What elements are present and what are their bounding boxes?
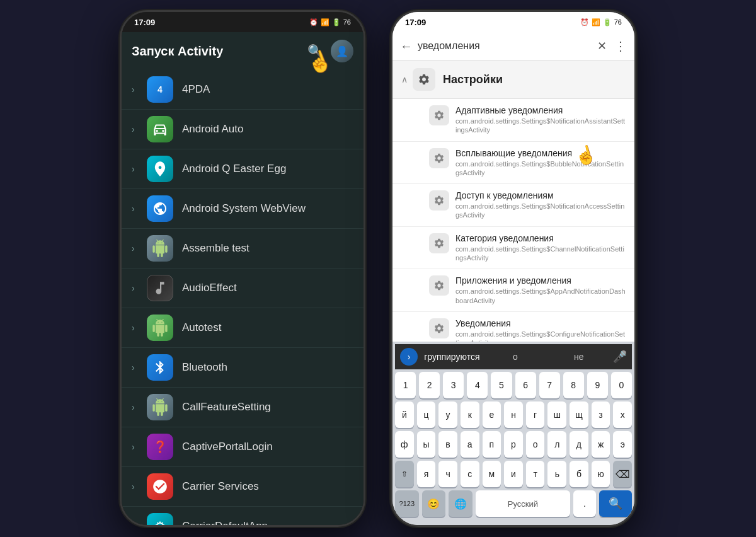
shift-key[interactable]: ⇧ xyxy=(395,461,414,487)
key-4[interactable]: 4 xyxy=(467,372,488,398)
key-з[interactable]: з xyxy=(592,401,610,428)
settings-item-subtitle: com.android.settings.Settings$ChannelNot… xyxy=(455,245,626,263)
app-name: Carrier Services xyxy=(182,480,259,493)
key-т[interactable]: т xyxy=(526,461,545,487)
list-item[interactable]: › AudioEffect xyxy=(122,268,364,308)
right-status-icons: ⏰ 📶 🔋 76 xyxy=(580,18,622,26)
left-status-icons: ⏰ 📶 🔋 76 xyxy=(309,18,351,26)
suggestion-word-1[interactable]: группируются xyxy=(423,352,481,362)
mic-icon[interactable]: 🎤 xyxy=(613,350,627,364)
key-о[interactable]: о xyxy=(526,431,545,458)
key-а[interactable]: а xyxy=(461,431,479,458)
list-item[interactable]: › Bluetooth xyxy=(122,348,364,388)
key-м[interactable]: м xyxy=(483,461,501,487)
key-я[interactable]: я xyxy=(417,461,436,487)
list-item[interactable]: › Android System WebView xyxy=(122,189,364,229)
key-с[interactable]: с xyxy=(461,461,479,487)
settings-item-content: Категория уведомления com.android.settin… xyxy=(455,233,626,263)
list-item[interactable]: › Assemble test xyxy=(122,229,364,268)
key-ю[interactable]: ю xyxy=(592,461,610,487)
settings-item[interactable]: Доступ к уведомлениям com.android.settin… xyxy=(392,184,634,227)
key-3[interactable]: 3 xyxy=(443,372,464,398)
key-7[interactable]: 7 xyxy=(539,372,560,398)
app-icon xyxy=(147,156,173,182)
left-time: 17:09 xyxy=(134,18,155,27)
key-л[interactable]: л xyxy=(547,431,566,458)
battery-level: 76 xyxy=(614,18,622,26)
app-icon xyxy=(147,315,173,341)
key-г[interactable]: г xyxy=(526,401,545,428)
key-8[interactable]: 8 xyxy=(563,372,584,398)
settings-item[interactable]: Всплывающие уведомления com.android.sett… xyxy=(392,142,634,185)
chevron-icon: › xyxy=(132,204,142,214)
right-time: 17:09 xyxy=(405,18,426,27)
key-б[interactable]: б xyxy=(570,461,588,487)
key-2[interactable]: 2 xyxy=(419,372,440,398)
key-у[interactable]: у xyxy=(438,401,457,428)
search-key[interactable]: 🔍 xyxy=(599,490,632,517)
settings-item[interactable]: Категория уведомления com.android.settin… xyxy=(392,227,634,270)
period-key[interactable]: . xyxy=(573,490,596,517)
settings-section-icon xyxy=(413,68,435,91)
key-щ[interactable]: щ xyxy=(570,401,588,428)
key-ы[interactable]: ы xyxy=(417,431,436,458)
lang-key[interactable]: 🌐 xyxy=(449,490,472,517)
avatar[interactable]: 👤 xyxy=(331,40,353,62)
left-app-list[interactable]: › 4 4PDA › Android Auto › xyxy=(122,70,364,525)
settings-item[interactable]: Адаптивные уведомления com.android.setti… xyxy=(392,99,634,142)
key-в[interactable]: в xyxy=(438,431,457,458)
key-н[interactable]: н xyxy=(504,401,523,428)
settings-item[interactable]: Приложения и уведомления com.android.set… xyxy=(392,269,634,312)
section-header[interactable]: ∧ Настройки xyxy=(392,61,634,99)
space-key[interactable]: Русский xyxy=(476,490,570,517)
suggestion-word-2[interactable]: о xyxy=(486,352,545,362)
key-й[interactable]: й xyxy=(395,401,414,428)
list-item[interactable]: › Carrier Services xyxy=(122,467,364,507)
chevron-icon: › xyxy=(132,521,142,525)
list-item[interactable]: › CallFeatureSetting xyxy=(122,388,364,427)
key-ж[interactable]: ж xyxy=(592,431,610,458)
list-item[interactable]: › ❓ CaptivePortalLogin xyxy=(122,427,364,467)
more-button[interactable]: ⋮ xyxy=(614,38,627,54)
key-р[interactable]: р xyxy=(504,431,523,458)
key-ф[interactable]: ф xyxy=(395,431,414,458)
close-button[interactable]: ✕ xyxy=(597,39,607,53)
key-6[interactable]: 6 xyxy=(515,372,536,398)
key-е[interactable]: е xyxy=(483,401,501,428)
list-item[interactable]: › Android Auto xyxy=(122,110,364,149)
key-9[interactable]: 9 xyxy=(587,372,608,398)
numbers-key[interactable]: ?123 xyxy=(395,490,419,517)
suggestions-bar: › группируются о не 🎤 xyxy=(395,344,632,369)
key-к[interactable]: к xyxy=(461,401,479,428)
search-icon[interactable]: 🔍 xyxy=(307,43,323,59)
key-и[interactable]: и xyxy=(504,461,523,487)
settings-item[interactable]: Уведомления com.android.settings.Setting… xyxy=(392,312,634,342)
app-name: 4PDA xyxy=(182,83,210,96)
list-item[interactable]: › Autotest xyxy=(122,308,364,348)
chevron-icon: › xyxy=(132,482,142,492)
key-0[interactable]: 0 xyxy=(611,372,632,398)
key-ш[interactable]: ш xyxy=(547,401,566,428)
backspace-key[interactable]: ⌫ xyxy=(613,461,632,487)
key-д[interactable]: д xyxy=(570,431,588,458)
app-name: Android Auto xyxy=(182,123,243,136)
suggestion-expand-btn[interactable]: › xyxy=(400,348,418,366)
key-х[interactable]: х xyxy=(613,401,632,428)
settings-item-content: Приложения и уведомления com.android.set… xyxy=(455,275,626,305)
suggestion-word-3[interactable]: не xyxy=(549,352,608,362)
emoji-key[interactable]: 😊 xyxy=(422,490,446,517)
key-ч[interactable]: ч xyxy=(438,461,457,487)
key-1[interactable]: 1 xyxy=(395,372,416,398)
key-п[interactable]: п xyxy=(483,431,501,458)
key-5[interactable]: 5 xyxy=(491,372,512,398)
settings-item-title: Доступ к уведомлениям xyxy=(455,190,626,200)
settings-item-subtitle: com.android.settings.Settings$ConfigureN… xyxy=(455,330,626,342)
back-button[interactable]: ← xyxy=(400,39,413,54)
list-item[interactable]: › 4 4PDA xyxy=(122,70,364,110)
key-ь[interactable]: ь xyxy=(547,461,566,487)
list-item[interactable]: › ⚙ CarrierDefaultApp xyxy=(122,507,364,525)
key-э[interactable]: э xyxy=(613,431,632,458)
list-item[interactable]: › Android Q Easter Egg xyxy=(122,149,364,189)
key-ц[interactable]: ц xyxy=(417,401,436,428)
app-name: CallFeatureSetting xyxy=(182,401,271,413)
